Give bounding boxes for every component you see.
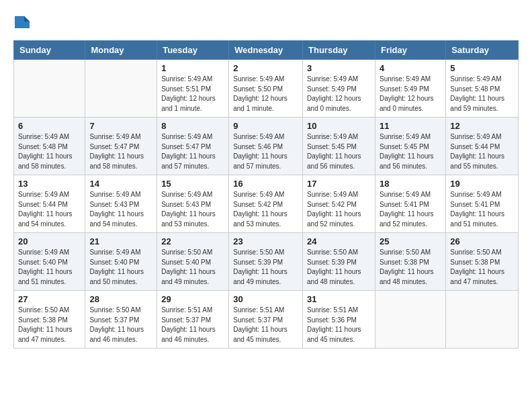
day-number: 20	[18, 236, 81, 246]
day-number: 9	[233, 121, 298, 131]
col-header-sunday: Sunday	[14, 41, 85, 60]
calendar-cell-day-21: 21Sunrise: 5:49 AM Sunset: 5:40 PM Dayli…	[85, 233, 157, 291]
day-number: 14	[89, 179, 152, 189]
calendar-cell-day-8: 8Sunrise: 5:49 AM Sunset: 5:47 PM Daylig…	[157, 118, 229, 175]
col-header-thursday: Thursday	[303, 41, 375, 60]
col-header-tuesday: Tuesday	[157, 41, 229, 60]
calendar-cell-day-19: 19Sunrise: 5:49 AM Sunset: 5:41 PM Dayli…	[446, 175, 519, 233]
day-info: Sunrise: 5:49 AM Sunset: 5:48 PM Dayligh…	[450, 75, 514, 113]
day-info: Sunrise: 5:49 AM Sunset: 5:42 PM Dayligh…	[307, 190, 371, 229]
day-number: 8	[161, 121, 224, 131]
calendar-cell-day-27: 27Sunrise: 5:50 AM Sunset: 5:38 PM Dayli…	[14, 291, 85, 349]
calendar-table: SundayMondayTuesdayWednesdayThursdayFrid…	[13, 40, 519, 349]
calendar-cell-empty	[375, 291, 445, 349]
calendar-cell-day-17: 17Sunrise: 5:49 AM Sunset: 5:42 PM Dayli…	[303, 175, 375, 233]
calendar-cell-day-16: 16Sunrise: 5:49 AM Sunset: 5:42 PM Dayli…	[229, 175, 303, 233]
day-number: 15	[161, 179, 224, 189]
calendar-cell-day-2: 2Sunrise: 5:49 AM Sunset: 5:50 PM Daylig…	[229, 60, 303, 118]
calendar-cell-empty	[14, 60, 85, 118]
calendar-cell-day-26: 26Sunrise: 5:50 AM Sunset: 5:38 PM Dayli…	[446, 233, 519, 291]
svg-marker-1	[24, 16, 30, 21]
logo-icon	[15, 16, 30, 28]
day-number: 6	[18, 121, 81, 131]
day-number: 31	[307, 294, 371, 304]
day-number: 10	[307, 121, 371, 131]
calendar-week-row: 13Sunrise: 5:49 AM Sunset: 5:44 PM Dayli…	[14, 175, 519, 233]
day-info: Sunrise: 5:50 AM Sunset: 5:39 PM Dayligh…	[233, 248, 298, 287]
day-number: 13	[18, 179, 81, 189]
day-info: Sunrise: 5:49 AM Sunset: 5:47 PM Dayligh…	[161, 132, 224, 171]
day-number: 18	[380, 179, 441, 189]
calendar-cell-day-31: 31Sunrise: 5:51 AM Sunset: 5:36 PM Dayli…	[303, 291, 375, 349]
day-number: 1	[161, 63, 224, 73]
calendar-week-row: 1Sunrise: 5:49 AM Sunset: 5:51 PM Daylig…	[14, 60, 519, 118]
day-info: Sunrise: 5:49 AM Sunset: 5:46 PM Dayligh…	[233, 132, 298, 171]
logo	[13, 13, 30, 30]
calendar-cell-day-5: 5Sunrise: 5:49 AM Sunset: 5:48 PM Daylig…	[446, 60, 519, 118]
day-number: 29	[161, 294, 224, 304]
day-info: Sunrise: 5:49 AM Sunset: 5:41 PM Dayligh…	[380, 190, 441, 229]
day-info: Sunrise: 5:49 AM Sunset: 5:40 PM Dayligh…	[89, 248, 152, 287]
calendar-cell-day-11: 11Sunrise: 5:49 AM Sunset: 5:45 PM Dayli…	[375, 118, 445, 175]
calendar-cell-day-10: 10Sunrise: 5:49 AM Sunset: 5:45 PM Dayli…	[303, 118, 375, 175]
calendar-week-row: 20Sunrise: 5:49 AM Sunset: 5:40 PM Dayli…	[14, 233, 519, 291]
calendar-cell-day-6: 6Sunrise: 5:49 AM Sunset: 5:48 PM Daylig…	[14, 118, 85, 175]
day-info: Sunrise: 5:50 AM Sunset: 5:38 PM Dayligh…	[18, 306, 81, 345]
calendar-cell-day-20: 20Sunrise: 5:49 AM Sunset: 5:40 PM Dayli…	[14, 233, 85, 291]
calendar-cell-empty	[446, 291, 519, 349]
day-number: 21	[89, 236, 152, 246]
day-info: Sunrise: 5:50 AM Sunset: 5:39 PM Dayligh…	[307, 248, 371, 287]
day-number: 23	[233, 236, 298, 246]
calendar-week-row: 6Sunrise: 5:49 AM Sunset: 5:48 PM Daylig…	[14, 118, 519, 175]
calendar-cell-day-15: 15Sunrise: 5:49 AM Sunset: 5:43 PM Dayli…	[157, 175, 229, 233]
calendar-cell-day-30: 30Sunrise: 5:51 AM Sunset: 5:37 PM Dayli…	[229, 291, 303, 349]
day-info: Sunrise: 5:50 AM Sunset: 5:38 PM Dayligh…	[450, 248, 514, 287]
calendar-cell-day-18: 18Sunrise: 5:49 AM Sunset: 5:41 PM Dayli…	[375, 175, 445, 233]
day-info: Sunrise: 5:49 AM Sunset: 5:45 PM Dayligh…	[307, 132, 371, 171]
calendar-cell-day-29: 29Sunrise: 5:51 AM Sunset: 5:37 PM Dayli…	[157, 291, 229, 349]
calendar-cell-empty	[85, 60, 157, 118]
day-number: 3	[307, 63, 371, 73]
day-number: 4	[380, 63, 441, 73]
day-info: Sunrise: 5:49 AM Sunset: 5:50 PM Dayligh…	[233, 75, 298, 113]
calendar-cell-day-12: 12Sunrise: 5:49 AM Sunset: 5:44 PM Dayli…	[446, 118, 519, 175]
day-number: 16	[233, 179, 298, 189]
col-header-saturday: Saturday	[446, 41, 519, 60]
day-number: 25	[380, 236, 441, 246]
calendar-cell-day-3: 3Sunrise: 5:49 AM Sunset: 5:49 PM Daylig…	[303, 60, 375, 118]
day-number: 17	[307, 179, 371, 189]
calendar-cell-day-7: 7Sunrise: 5:49 AM Sunset: 5:47 PM Daylig…	[85, 118, 157, 175]
day-number: 28	[89, 294, 152, 304]
calendar-cell-day-1: 1Sunrise: 5:49 AM Sunset: 5:51 PM Daylig…	[157, 60, 229, 118]
day-info: Sunrise: 5:49 AM Sunset: 5:47 PM Dayligh…	[89, 132, 152, 171]
day-info: Sunrise: 5:49 AM Sunset: 5:44 PM Dayligh…	[18, 190, 81, 229]
col-header-friday: Friday	[375, 41, 445, 60]
col-header-wednesday: Wednesday	[229, 41, 303, 60]
day-info: Sunrise: 5:49 AM Sunset: 5:43 PM Dayligh…	[89, 190, 152, 229]
day-info: Sunrise: 5:51 AM Sunset: 5:36 PM Dayligh…	[307, 306, 371, 345]
day-info: Sunrise: 5:49 AM Sunset: 5:43 PM Dayligh…	[161, 190, 224, 229]
calendar-cell-day-9: 9Sunrise: 5:49 AM Sunset: 5:46 PM Daylig…	[229, 118, 303, 175]
calendar-cell-day-13: 13Sunrise: 5:49 AM Sunset: 5:44 PM Dayli…	[14, 175, 85, 233]
day-info: Sunrise: 5:50 AM Sunset: 5:40 PM Dayligh…	[161, 248, 224, 287]
calendar-week-row: 27Sunrise: 5:50 AM Sunset: 5:38 PM Dayli…	[14, 291, 519, 349]
day-info: Sunrise: 5:49 AM Sunset: 5:44 PM Dayligh…	[450, 132, 514, 171]
day-number: 7	[89, 121, 152, 131]
day-info: Sunrise: 5:50 AM Sunset: 5:38 PM Dayligh…	[380, 248, 441, 287]
day-info: Sunrise: 5:50 AM Sunset: 5:37 PM Dayligh…	[89, 306, 152, 345]
calendar-cell-day-28: 28Sunrise: 5:50 AM Sunset: 5:37 PM Dayli…	[85, 291, 157, 349]
day-info: Sunrise: 5:49 AM Sunset: 5:40 PM Dayligh…	[18, 248, 81, 287]
day-number: 27	[18, 294, 81, 304]
day-info: Sunrise: 5:49 AM Sunset: 5:45 PM Dayligh…	[380, 132, 441, 171]
day-info: Sunrise: 5:49 AM Sunset: 5:48 PM Dayligh…	[18, 132, 81, 171]
day-number: 30	[233, 294, 298, 304]
calendar-cell-day-24: 24Sunrise: 5:50 AM Sunset: 5:39 PM Dayli…	[303, 233, 375, 291]
day-number: 2	[233, 63, 298, 73]
calendar-cell-day-4: 4Sunrise: 5:49 AM Sunset: 5:49 PM Daylig…	[375, 60, 445, 118]
calendar-cell-day-22: 22Sunrise: 5:50 AM Sunset: 5:40 PM Dayli…	[157, 233, 229, 291]
day-number: 11	[380, 121, 441, 131]
day-info: Sunrise: 5:51 AM Sunset: 5:37 PM Dayligh…	[233, 306, 298, 345]
day-number: 19	[450, 179, 514, 189]
calendar-cell-day-14: 14Sunrise: 5:49 AM Sunset: 5:43 PM Dayli…	[85, 175, 157, 233]
day-number: 26	[450, 236, 514, 246]
